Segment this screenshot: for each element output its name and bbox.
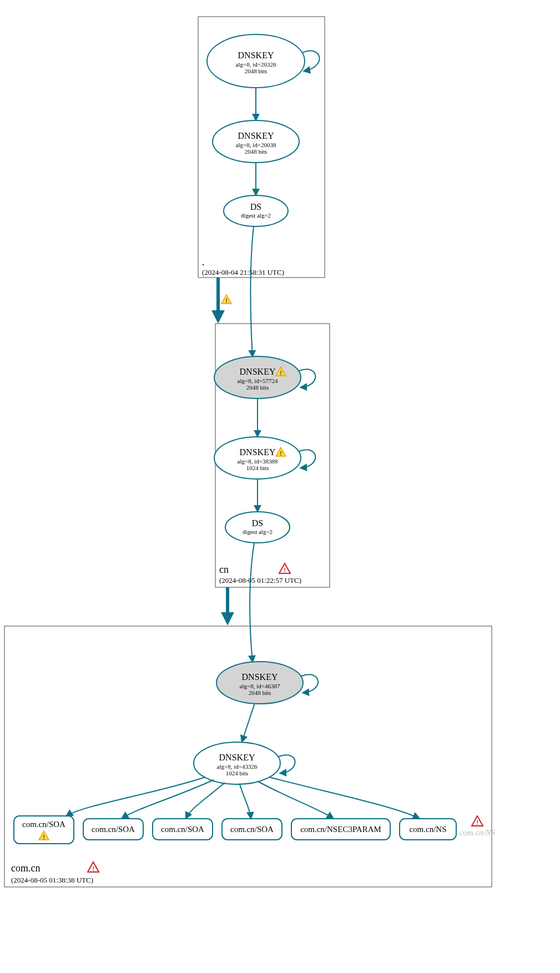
svg-text:alg=8, id=43326: alg=8, id=43326 (217, 763, 258, 770)
rrset-soa-3: com.cn/SOA (153, 819, 213, 840)
svg-text:DNSKEY: DNSKEY (240, 367, 276, 376)
svg-text:DS: DS (250, 202, 261, 211)
error-icon (472, 816, 483, 826)
svg-text:1024 bits: 1024 bits (246, 465, 269, 471)
dnssec-diagram: ! ! . (2024-08-04 21:58:31 UTC) DNSKEY a… (0, 0, 560, 973)
edge-zsk-r1 (67, 777, 205, 816)
svg-text:DNSKEY: DNSKEY (238, 51, 274, 60)
rrset-ns: com.cn/NS (400, 819, 456, 840)
svg-text:com.cn/SOA: com.cn/SOA (22, 820, 65, 829)
error-icon (279, 563, 290, 573)
edge-comcn-ksk-zsk (242, 703, 255, 742)
svg-text:com.cn/NS: com.cn/NS (460, 828, 496, 837)
node-cn-zsk: DNSKEY alg=8, id=38388 1024 bits (214, 437, 301, 479)
svg-text:digest alg=2: digest alg=2 (241, 212, 271, 219)
svg-text:2048 bits: 2048 bits (245, 148, 268, 155)
zone-comcn-label: com.cn (11, 863, 40, 874)
zone-cn-label: cn (219, 564, 229, 575)
svg-text:2048 bits: 2048 bits (249, 689, 271, 696)
rrset-nsec3param: com.cn/NSEC3PARAM (291, 819, 390, 840)
svg-text:alg=8, id=38388: alg=8, id=38388 (238, 458, 278, 465)
node-root-zsk: DNSKEY alg=8, id=20038 2048 bits (213, 120, 299, 163)
zone-comcn: com.cn (2024-08-05 01:38:38 UTC) DNSKEY … (4, 626, 496, 887)
rrset-ns-missing: com.cn/NS (460, 816, 496, 837)
svg-text:com.cn/NSEC3PARAM: com.cn/NSEC3PARAM (300, 825, 381, 834)
node-comcn-zsk: DNSKEY alg=8, id=43326 1024 bits (194, 742, 280, 784)
zone-cn-ts: (2024-08-05 01:22:57 UTC) (219, 576, 301, 584)
edge-self-cn-zsk (299, 450, 315, 468)
svg-text:DNSKEY: DNSKEY (238, 131, 274, 140)
rrset-soa-1: com.cn/SOA (14, 816, 74, 844)
rrset-soa-2: com.cn/SOA (83, 819, 143, 840)
svg-text:alg=8, id=46387: alg=8, id=46387 (240, 683, 280, 689)
svg-text:DNSKEY: DNSKEY (242, 672, 278, 682)
node-root-ksk: DNSKEY alg=8, id=20326 2048 bits (207, 34, 305, 88)
edge-root-ds-cn-ksk (250, 226, 254, 356)
edge-self-comcn-ksk (301, 674, 318, 693)
svg-text:com.cn/SOA: com.cn/SOA (230, 825, 274, 834)
edge-zsk-r2 (122, 780, 214, 818)
edge-self-comcn-zsk (279, 755, 295, 773)
zone-root-ts: (2024-08-04 21:58:31 UTC) (202, 268, 284, 276)
warning-icon (221, 295, 231, 304)
svg-text:com.cn/NS: com.cn/NS (409, 825, 446, 834)
svg-text:com.cn/SOA: com.cn/SOA (161, 825, 204, 834)
rrset-soa-4: com.cn/SOA (222, 819, 282, 840)
zone-root-label: . (202, 256, 205, 268)
edge-cn-ds-comcn-ksk (250, 543, 254, 662)
node-cn-ksk: DNSKEY alg=8, id=57724 2048 bits (214, 356, 301, 399)
svg-text:1024 bits: 1024 bits (226, 770, 249, 777)
edge-self-cn-ksk (299, 369, 315, 387)
node-comcn-ksk: DNSKEY alg=8, id=46387 2048 bits (216, 662, 303, 704)
zone-root: . (2024-08-04 21:58:31 UTC) DNSKEY alg=8… (198, 17, 325, 278)
svg-text:alg=8, id=57724: alg=8, id=57724 (238, 377, 278, 384)
svg-text:digest alg=2: digest alg=2 (243, 528, 273, 535)
edge-zsk-r5 (258, 782, 333, 818)
svg-text:alg=8, id=20038: alg=8, id=20038 (236, 142, 276, 148)
edge-zsk-r4 (240, 784, 251, 818)
svg-text:DS: DS (252, 518, 263, 528)
svg-text:alg=8, id=20326: alg=8, id=20326 (236, 61, 276, 68)
svg-text:2048 bits: 2048 bits (246, 384, 269, 391)
zone-cn: cn (2024-08-05 01:22:57 UTC) DNSKEY alg=… (214, 324, 330, 587)
svg-text:2048 bits: 2048 bits (245, 68, 268, 74)
node-root-ds: DS digest alg=2 (224, 195, 288, 226)
zone-comcn-ts: (2024-08-05 01:38:38 UTC) (11, 876, 93, 884)
svg-text:DNSKEY: DNSKEY (240, 447, 276, 457)
node-cn-ds: DS digest alg=2 (225, 512, 290, 543)
edge-zsk-r3 (186, 783, 225, 818)
svg-text:DNSKEY: DNSKEY (219, 753, 255, 762)
error-icon (88, 862, 99, 872)
svg-text:com.cn/SOA: com.cn/SOA (92, 825, 135, 834)
